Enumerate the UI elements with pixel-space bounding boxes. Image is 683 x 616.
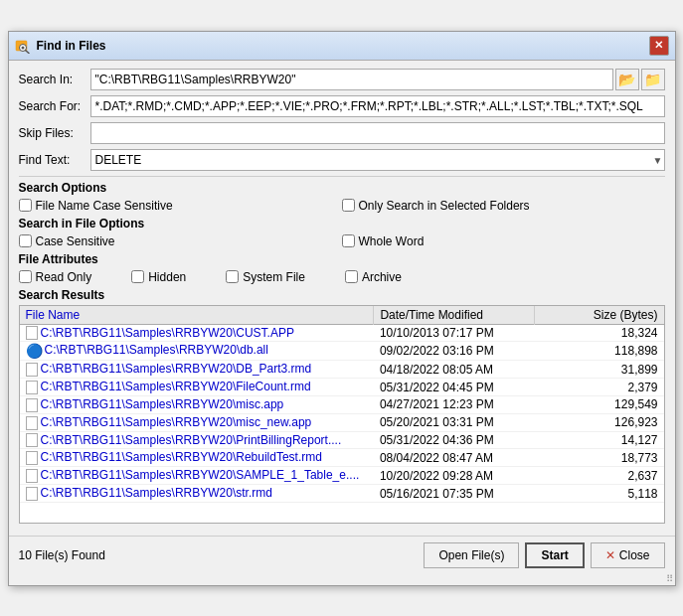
results-section: Search Results File Name Date/Time Modif… [19, 288, 665, 524]
case-sensitive-checkbox[interactable] [19, 234, 32, 247]
results-table-container[interactable]: File Name Date/Time Modified Size (Bytes… [19, 305, 665, 524]
hidden-checkbox[interactable] [131, 270, 144, 283]
cell-datetime: 04/27/2021 12:23 PM [374, 395, 535, 413]
cell-datetime: 05/16/2021 07:35 PM [374, 485, 535, 503]
search-in-file-options-row: Case Sensitive Whole Word [19, 234, 665, 248]
cell-filename: C:\RBT\RBG11\Samples\RRBYW20\FileCount.r… [20, 379, 374, 396]
whole-word-text: Whole Word [359, 234, 425, 248]
browse-folder-button[interactable]: 📁 [641, 69, 665, 90]
search-for-row: Search For: [19, 95, 665, 117]
table-row[interactable]: C:\RBT\RBG11\Samples\RRBYW20\DB_Part3.rm… [20, 361, 664, 379]
cell-datetime: 05/31/2022 04:36 PM [374, 431, 535, 449]
table-row[interactable]: C:\RBT\RBG11\Samples\RRBYW20\str.rmd05/1… [20, 485, 664, 503]
close-button[interactable]: ✕ Close [591, 542, 665, 568]
file-icon [26, 487, 38, 501]
cell-size: 2,637 [535, 467, 664, 485]
whole-word-label[interactable]: Whole Word [342, 234, 665, 248]
archive-checkbox[interactable] [345, 270, 358, 283]
svg-point-3 [21, 46, 24, 49]
status-files-found: 10 File(s) Found [19, 548, 105, 562]
table-row[interactable]: C:\RBT\RBG11\Samples\RRBYW20\misc.app04/… [20, 395, 664, 413]
file-name-case-sensitive-checkbox[interactable] [19, 199, 32, 212]
cell-filename: C:\RBT\RBG11\Samples\RRBYW20\CUST.APP [20, 324, 374, 342]
table-row[interactable]: C:\RBT\RBG11\Samples\RRBYW20\misc_new.ap… [20, 413, 664, 431]
table-row[interactable]: C:\RBT\RBG11\Samples\RRBYW20\PrintBillin… [20, 431, 664, 449]
cell-filename: C:\RBT\RBG11\Samples\RRBYW20\PrintBillin… [20, 431, 374, 449]
search-in-input[interactable] [90, 69, 613, 90]
file-attributes-header: File Attributes [19, 252, 665, 266]
read-only-label[interactable]: Read Only [19, 270, 92, 284]
skip-files-row: Skip Files: [19, 122, 665, 144]
find-text-row: Find Text: ▼ [19, 149, 665, 171]
search-in-file-col-left: Case Sensitive [19, 234, 342, 248]
cell-datetime: 04/18/2022 08:05 AM [374, 361, 535, 379]
col-header-size: Size (Bytes) [535, 306, 664, 325]
open-file-button[interactable]: Open File(s) [424, 542, 519, 568]
results-table: File Name Date/Time Modified Size (Bytes… [20, 306, 664, 503]
resize-grip[interactable]: ⠿ [9, 572, 675, 585]
cell-filename: C:\RBT\RBG11\Samples\RRBYW20\misc.app [20, 395, 374, 413]
title-text: Find in Files [37, 39, 106, 53]
svg-line-2 [25, 50, 29, 53]
close-button-label: Close [619, 548, 650, 562]
results-header-row: File Name Date/Time Modified Size (Bytes… [20, 306, 664, 325]
cell-size: 126,923 [535, 413, 664, 431]
cell-datetime: 10/10/2013 07:17 PM [374, 324, 535, 342]
results-table-body: C:\RBT\RBG11\Samples\RRBYW20\CUST.APP10/… [20, 324, 664, 502]
cell-size: 31,899 [535, 361, 664, 379]
read-only-checkbox[interactable] [19, 270, 32, 283]
file-icon [26, 381, 38, 394]
divider-1 [19, 176, 665, 177]
cell-size: 2,379 [535, 379, 664, 396]
results-label: Search Results [19, 288, 665, 302]
system-file-checkbox[interactable] [226, 270, 239, 283]
table-row[interactable]: C:\RBT\RBG11\Samples\RRBYW20\SAMPLE_1_Ta… [20, 467, 664, 485]
find-in-files-dialog: Find in Files ✕ Search In: 📂 📁 Search Fo… [8, 31, 676, 586]
file-icon [26, 433, 38, 447]
file-attributes-row: Read Only Hidden System File Archive [19, 270, 665, 284]
browse-folder-open-button[interactable]: 📂 [615, 69, 639, 90]
search-for-input[interactable] [90, 95, 665, 117]
find-text-wrapper: ▼ [90, 149, 665, 171]
case-sensitive-text: Case Sensitive [36, 234, 115, 248]
search-options-row: File Name Case Sensitive Only Search in … [19, 199, 665, 213]
search-in-row: Search In: 📂 📁 [19, 69, 665, 90]
archive-text: Archive [362, 270, 402, 284]
case-sensitive-label[interactable]: Case Sensitive [19, 234, 342, 248]
table-row[interactable]: C:\RBT\RBG11\Samples\RRBYW20\CUST.APP10/… [20, 324, 664, 342]
cell-size: 118,898 [535, 342, 664, 361]
table-row[interactable]: 🔵C:\RBT\RBG11\Samples\RRBYW20\db.all09/0… [20, 342, 664, 361]
archive-label[interactable]: Archive [345, 270, 402, 284]
search-in-file-options-header: Search in File Options [19, 217, 665, 231]
hidden-label[interactable]: Hidden [131, 270, 186, 284]
skip-files-input[interactable] [90, 122, 665, 144]
table-row[interactable]: C:\RBT\RBG11\Samples\RRBYW20\RebuildTest… [20, 449, 664, 467]
file-icon [26, 451, 38, 465]
read-only-text: Read Only [36, 270, 92, 284]
system-file-label[interactable]: System File [226, 270, 305, 284]
file-name-case-sensitive-label[interactable]: File Name Case Sensitive [19, 199, 342, 213]
cell-filename: C:\RBT\RBG11\Samples\RRBYW20\misc_new.ap… [20, 413, 374, 431]
cell-size: 14,127 [535, 431, 664, 449]
close-x-icon: ✕ [605, 548, 615, 562]
find-text-input[interactable] [90, 149, 665, 171]
cell-size: 5,118 [535, 485, 664, 503]
hidden-text: Hidden [148, 270, 186, 284]
search-options-header: Search Options [19, 181, 665, 195]
cell-filename: 🔵C:\RBT\RBG11\Samples\RRBYW20\db.all [20, 342, 374, 361]
file-icon [26, 363, 38, 377]
cell-filename: C:\RBT\RBG11\Samples\RRBYW20\DB_Part3.rm… [20, 361, 374, 379]
find-text-label: Find Text: [19, 153, 90, 167]
whole-word-checkbox[interactable] [342, 234, 355, 247]
window-close-button[interactable]: ✕ [649, 36, 669, 56]
only-search-selected-checkbox[interactable] [342, 199, 355, 212]
search-options-col-right: Only Search in Selected Folders [342, 199, 665, 213]
search-for-label: Search For: [19, 99, 90, 113]
cell-datetime: 10/20/2022 09:28 AM [374, 467, 535, 485]
cell-size: 18,324 [535, 324, 664, 342]
col-header-datetime: Date/Time Modified [374, 306, 535, 325]
table-row[interactable]: C:\RBT\RBG11\Samples\RRBYW20\FileCount.r… [20, 379, 664, 396]
start-button[interactable]: Start [525, 542, 584, 568]
search-options-col-left: File Name Case Sensitive [19, 199, 342, 213]
only-search-selected-label[interactable]: Only Search in Selected Folders [342, 199, 665, 213]
